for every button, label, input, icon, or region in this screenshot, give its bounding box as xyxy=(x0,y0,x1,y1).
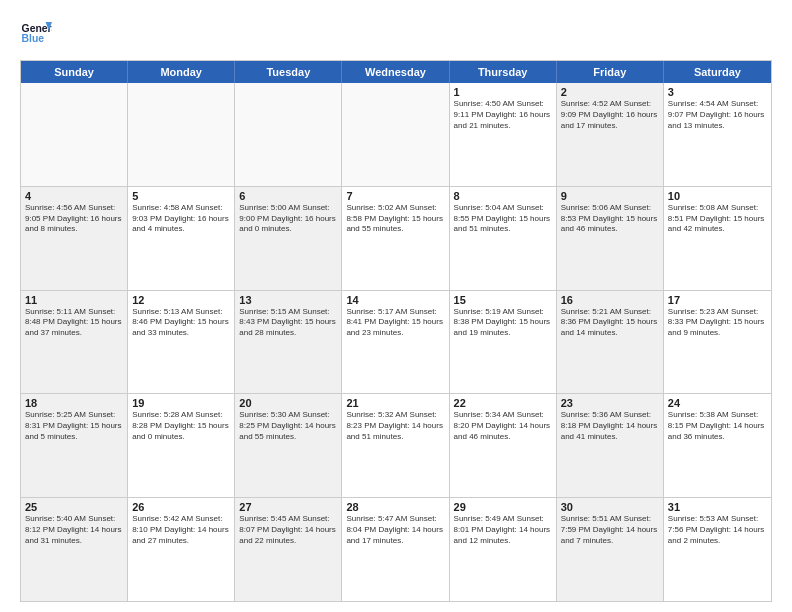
cell-info: Sunrise: 5:49 AM Sunset: 8:01 PM Dayligh… xyxy=(454,514,552,546)
cell-info: Sunrise: 5:13 AM Sunset: 8:46 PM Dayligh… xyxy=(132,307,230,339)
day-number: 16 xyxy=(561,294,659,306)
header-cell-sunday: Sunday xyxy=(21,61,128,83)
day-number: 24 xyxy=(668,397,767,409)
cell-info: Sunrise: 5:34 AM Sunset: 8:20 PM Dayligh… xyxy=(454,410,552,442)
day-number: 7 xyxy=(346,190,444,202)
calendar-row: 25Sunrise: 5:40 AM Sunset: 8:12 PM Dayli… xyxy=(21,498,771,601)
calendar-row: 4Sunrise: 4:56 AM Sunset: 9:05 PM Daylig… xyxy=(21,187,771,291)
day-number: 23 xyxy=(561,397,659,409)
calendar-header: SundayMondayTuesdayWednesdayThursdayFrid… xyxy=(21,61,771,83)
day-number: 12 xyxy=(132,294,230,306)
calendar-cell: 20Sunrise: 5:30 AM Sunset: 8:25 PM Dayli… xyxy=(235,394,342,497)
calendar-cell: 5Sunrise: 4:58 AM Sunset: 9:03 PM Daylig… xyxy=(128,187,235,290)
calendar-cell: 2Sunrise: 4:52 AM Sunset: 9:09 PM Daylig… xyxy=(557,83,664,186)
header-cell-thursday: Thursday xyxy=(450,61,557,83)
day-number: 30 xyxy=(561,501,659,513)
cell-info: Sunrise: 4:50 AM Sunset: 9:11 PM Dayligh… xyxy=(454,99,552,131)
calendar-cell xyxy=(128,83,235,186)
calendar-cell: 24Sunrise: 5:38 AM Sunset: 8:15 PM Dayli… xyxy=(664,394,771,497)
calendar-row: 11Sunrise: 5:11 AM Sunset: 8:48 PM Dayli… xyxy=(21,291,771,395)
calendar-cell: 30Sunrise: 5:51 AM Sunset: 7:59 PM Dayli… xyxy=(557,498,664,601)
cell-info: Sunrise: 5:30 AM Sunset: 8:25 PM Dayligh… xyxy=(239,410,337,442)
day-number: 18 xyxy=(25,397,123,409)
day-number: 4 xyxy=(25,190,123,202)
day-number: 15 xyxy=(454,294,552,306)
cell-info: Sunrise: 5:00 AM Sunset: 9:00 PM Dayligh… xyxy=(239,203,337,235)
logo-icon: GeneralBlue xyxy=(20,18,52,50)
calendar-cell xyxy=(235,83,342,186)
calendar-cell: 25Sunrise: 5:40 AM Sunset: 8:12 PM Dayli… xyxy=(21,498,128,601)
day-number: 22 xyxy=(454,397,552,409)
day-number: 8 xyxy=(454,190,552,202)
header-cell-wednesday: Wednesday xyxy=(342,61,449,83)
day-number: 17 xyxy=(668,294,767,306)
calendar-cell: 10Sunrise: 5:08 AM Sunset: 8:51 PM Dayli… xyxy=(664,187,771,290)
cell-info: Sunrise: 4:56 AM Sunset: 9:05 PM Dayligh… xyxy=(25,203,123,235)
day-number: 9 xyxy=(561,190,659,202)
day-number: 29 xyxy=(454,501,552,513)
day-number: 2 xyxy=(561,86,659,98)
cell-info: Sunrise: 5:06 AM Sunset: 8:53 PM Dayligh… xyxy=(561,203,659,235)
day-number: 20 xyxy=(239,397,337,409)
cell-info: Sunrise: 4:52 AM Sunset: 9:09 PM Dayligh… xyxy=(561,99,659,131)
cell-info: Sunrise: 5:36 AM Sunset: 8:18 PM Dayligh… xyxy=(561,410,659,442)
calendar-cell: 7Sunrise: 5:02 AM Sunset: 8:58 PM Daylig… xyxy=(342,187,449,290)
day-number: 10 xyxy=(668,190,767,202)
calendar-cell: 23Sunrise: 5:36 AM Sunset: 8:18 PM Dayli… xyxy=(557,394,664,497)
calendar-cell: 9Sunrise: 5:06 AM Sunset: 8:53 PM Daylig… xyxy=(557,187,664,290)
cell-info: Sunrise: 5:21 AM Sunset: 8:36 PM Dayligh… xyxy=(561,307,659,339)
calendar-cell: 13Sunrise: 5:15 AM Sunset: 8:43 PM Dayli… xyxy=(235,291,342,394)
cell-info: Sunrise: 4:54 AM Sunset: 9:07 PM Dayligh… xyxy=(668,99,767,131)
day-number: 3 xyxy=(668,86,767,98)
calendar-cell: 12Sunrise: 5:13 AM Sunset: 8:46 PM Dayli… xyxy=(128,291,235,394)
cell-info: Sunrise: 5:42 AM Sunset: 8:10 PM Dayligh… xyxy=(132,514,230,546)
calendar-cell: 31Sunrise: 5:53 AM Sunset: 7:56 PM Dayli… xyxy=(664,498,771,601)
calendar: SundayMondayTuesdayWednesdayThursdayFrid… xyxy=(20,60,772,602)
calendar-row: 18Sunrise: 5:25 AM Sunset: 8:31 PM Dayli… xyxy=(21,394,771,498)
cell-info: Sunrise: 5:15 AM Sunset: 8:43 PM Dayligh… xyxy=(239,307,337,339)
day-number: 1 xyxy=(454,86,552,98)
calendar-cell: 22Sunrise: 5:34 AM Sunset: 8:20 PM Dayli… xyxy=(450,394,557,497)
calendar-cell xyxy=(21,83,128,186)
calendar-cell: 18Sunrise: 5:25 AM Sunset: 8:31 PM Dayli… xyxy=(21,394,128,497)
day-number: 5 xyxy=(132,190,230,202)
cell-info: Sunrise: 5:32 AM Sunset: 8:23 PM Dayligh… xyxy=(346,410,444,442)
calendar-cell: 4Sunrise: 4:56 AM Sunset: 9:05 PM Daylig… xyxy=(21,187,128,290)
calendar-cell: 16Sunrise: 5:21 AM Sunset: 8:36 PM Dayli… xyxy=(557,291,664,394)
calendar-body: 1Sunrise: 4:50 AM Sunset: 9:11 PM Daylig… xyxy=(21,83,771,601)
calendar-cell: 14Sunrise: 5:17 AM Sunset: 8:41 PM Dayli… xyxy=(342,291,449,394)
calendar-cell: 29Sunrise: 5:49 AM Sunset: 8:01 PM Dayli… xyxy=(450,498,557,601)
cell-info: Sunrise: 5:25 AM Sunset: 8:31 PM Dayligh… xyxy=(25,410,123,442)
cell-info: Sunrise: 5:02 AM Sunset: 8:58 PM Dayligh… xyxy=(346,203,444,235)
cell-info: Sunrise: 5:47 AM Sunset: 8:04 PM Dayligh… xyxy=(346,514,444,546)
calendar-cell: 8Sunrise: 5:04 AM Sunset: 8:55 PM Daylig… xyxy=(450,187,557,290)
calendar-cell: 28Sunrise: 5:47 AM Sunset: 8:04 PM Dayli… xyxy=(342,498,449,601)
calendar-cell: 15Sunrise: 5:19 AM Sunset: 8:38 PM Dayli… xyxy=(450,291,557,394)
cell-info: Sunrise: 5:45 AM Sunset: 8:07 PM Dayligh… xyxy=(239,514,337,546)
day-number: 21 xyxy=(346,397,444,409)
day-number: 27 xyxy=(239,501,337,513)
day-number: 25 xyxy=(25,501,123,513)
cell-info: Sunrise: 5:51 AM Sunset: 7:59 PM Dayligh… xyxy=(561,514,659,546)
cell-info: Sunrise: 5:40 AM Sunset: 8:12 PM Dayligh… xyxy=(25,514,123,546)
day-number: 26 xyxy=(132,501,230,513)
day-number: 31 xyxy=(668,501,767,513)
day-number: 13 xyxy=(239,294,337,306)
calendar-row: 1Sunrise: 4:50 AM Sunset: 9:11 PM Daylig… xyxy=(21,83,771,187)
day-number: 6 xyxy=(239,190,337,202)
calendar-cell: 1Sunrise: 4:50 AM Sunset: 9:11 PM Daylig… xyxy=(450,83,557,186)
header-cell-monday: Monday xyxy=(128,61,235,83)
cell-info: Sunrise: 5:23 AM Sunset: 8:33 PM Dayligh… xyxy=(668,307,767,339)
calendar-cell: 26Sunrise: 5:42 AM Sunset: 8:10 PM Dayli… xyxy=(128,498,235,601)
cell-info: Sunrise: 5:38 AM Sunset: 8:15 PM Dayligh… xyxy=(668,410,767,442)
calendar-cell: 11Sunrise: 5:11 AM Sunset: 8:48 PM Dayli… xyxy=(21,291,128,394)
calendar-cell: 27Sunrise: 5:45 AM Sunset: 8:07 PM Dayli… xyxy=(235,498,342,601)
cell-info: Sunrise: 5:53 AM Sunset: 7:56 PM Dayligh… xyxy=(668,514,767,546)
cell-info: Sunrise: 4:58 AM Sunset: 9:03 PM Dayligh… xyxy=(132,203,230,235)
header-cell-tuesday: Tuesday xyxy=(235,61,342,83)
day-number: 28 xyxy=(346,501,444,513)
calendar-cell: 17Sunrise: 5:23 AM Sunset: 8:33 PM Dayli… xyxy=(664,291,771,394)
day-number: 14 xyxy=(346,294,444,306)
calendar-cell xyxy=(342,83,449,186)
svg-text:Blue: Blue xyxy=(22,33,45,44)
